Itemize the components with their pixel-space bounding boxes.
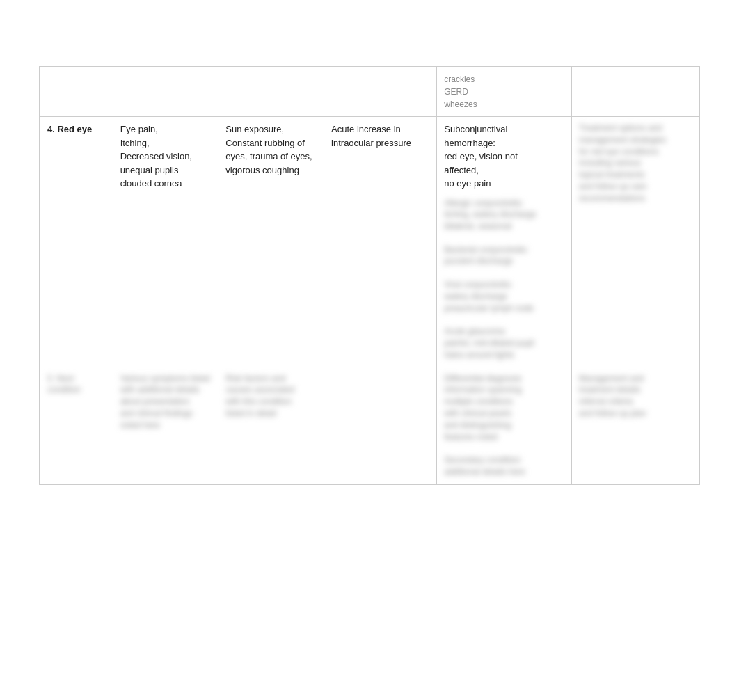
table-row-above: crackles GERD wheezes (40, 67, 699, 117)
cell-redeye-label: 4. Red eye (40, 117, 113, 367)
cell-redeye-subconj-blurred: Allergic conjunctivitis: itching, watery… (444, 198, 564, 361)
cell-above-1 (40, 67, 113, 117)
cell-above-3 (218, 67, 324, 117)
cell-below-2: Various symptoms listed with additional … (113, 367, 218, 484)
table-row-redeye: 4. Red eye Eye pain, Itching, Decreased … (40, 117, 699, 367)
table-row-below: 5. Next condition Various symptoms liste… (40, 367, 699, 484)
cell-redeye-col6: Treatment options and management strateg… (571, 117, 699, 367)
cell-below-5: Differential diagnosis information spann… (437, 367, 572, 484)
cell-below-6-content: Management and treatment details referra… (579, 373, 692, 420)
cell-below-1: 5. Next condition (40, 367, 113, 484)
cell-below-3-content: Risk factors and causes associated with … (225, 373, 317, 420)
cell-redeye-col6-blurred: Treatment options and management strateg… (579, 122, 692, 205)
cell-redeye-subconj: Subconjunctival hemorrhage: red eye, vis… (437, 117, 572, 367)
cell-redeye-acute: Acute increase in intraocular pressure (324, 117, 437, 367)
cell-below-1-content: 5. Next condition (47, 373, 106, 397)
table-container: crackles GERD wheezes 4. Red eye Eye pai… (39, 66, 700, 485)
cell-below-2-content: Various symptoms listed with additional … (120, 373, 212, 431)
medical-table: crackles GERD wheezes 4. Red eye Eye pai… (40, 67, 699, 484)
cell-redeye-symptoms: Eye pain, Itching, Decreased vision, une… (113, 117, 218, 367)
cell-redeye-causes: Sun exposure, Constant rubbing of eyes, … (218, 117, 324, 367)
cell-below-6: Management and treatment details referra… (571, 367, 699, 484)
cell-below-5-content: Differential diagnosis information spann… (444, 373, 564, 478)
cell-above-4 (324, 67, 437, 117)
above-col5-text: crackles GERD wheezes (444, 73, 564, 111)
cell-above-6 (571, 67, 699, 117)
cell-above-2 (113, 67, 218, 117)
page-wrapper: crackles GERD wheezes 4. Red eye Eye pai… (0, 0, 739, 499)
cell-above-5: crackles GERD wheezes (437, 67, 572, 117)
cell-below-4 (324, 367, 437, 484)
cell-below-3: Risk factors and causes associated with … (218, 367, 324, 484)
